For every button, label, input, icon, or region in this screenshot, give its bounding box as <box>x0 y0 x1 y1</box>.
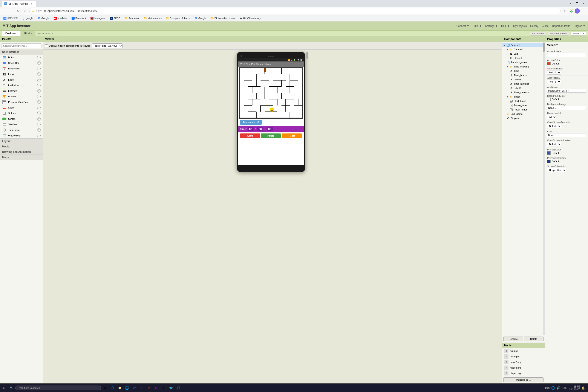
media-maze3-png[interactable]: 🖼 maze3.png <box>502 365 545 370</box>
timer-toggle[interactable]: ▼ <box>506 95 509 98</box>
datepicker-help[interactable]: ? <box>37 67 40 70</box>
layout-section-header[interactable]: Layout <box>0 138 43 144</box>
comp-exit[interactable]: 🖼 Exit <box>502 52 543 56</box>
spinner-help[interactable]: ? <box>37 112 40 115</box>
nav-build[interactable]: Build ▼ <box>473 24 482 28</box>
palette-item-notifier[interactable]: Notifier ? <box>0 94 43 99</box>
time-showing-toggle[interactable]: ▼ <box>506 65 509 68</box>
comp-label2[interactable]: A Label2 <box>502 86 543 90</box>
nav-settings[interactable]: Settings ▼ <box>485 24 498 28</box>
new-tab-button[interactable]: + <box>36 1 42 7</box>
blockstoolkit-select[interactable]: All <box>547 115 556 119</box>
comp-time[interactable]: A Time <box>502 69 543 73</box>
blocks-tab[interactable]: Blocks <box>21 31 35 36</box>
palette-item-label[interactable]: A Label ? <box>0 77 43 82</box>
palette-item-webviewer[interactable]: WebViewer ? <box>0 133 43 138</box>
button-help[interactable]: ? <box>37 56 40 59</box>
palette-item-image[interactable]: 🖼 Image ? <box>0 71 43 77</box>
palette-item-switch[interactable]: Switch ? <box>0 116 43 122</box>
hidden-components-checkbox[interactable] <box>45 44 48 47</box>
screen1-toggle[interactable]: ▼ <box>503 44 506 47</box>
maximize-button[interactable]: ⧠ <box>574 0 580 6</box>
palette-item-spinner[interactable]: Spinner ? <box>0 110 43 116</box>
add-screen-btn[interactable]: Add Screen <box>530 32 546 36</box>
bookmark-computer-science[interactable]: 📁 Computer Science <box>164 16 192 20</box>
comp-label1[interactable]: A Label1 <box>502 77 543 82</box>
timepicker-help[interactable]: ? <box>37 128 40 132</box>
switch-help[interactable]: ? <box>37 117 40 120</box>
tab-close-button[interactable]: × <box>30 2 34 6</box>
delete-button[interactable]: Delete <box>524 336 544 341</box>
maze-canvas[interactable] <box>239 67 303 119</box>
bookmark-hk-observatory[interactable]: 🌤 HK Observatory <box>238 16 262 20</box>
drawing-section-header[interactable]: Drawing and Animation <box>0 149 43 154</box>
active-tab[interactable]: AI MIT App Inventor × <box>2 1 36 7</box>
palette-item-listpicker[interactable]: ☰ ListPicker ? <box>0 82 43 88</box>
palette-item-checkbox[interactable]: CheckBox ? <box>0 60 43 66</box>
comp-time-showing[interactable]: ▼ 📁 Time_showing <box>502 64 543 69</box>
pause-button[interactable]: Pause <box>261 134 281 138</box>
comp-end-game[interactable]: ⚠ End_game <box>502 112 543 116</box>
canvas1-toggle[interactable]: ▼ <box>506 48 509 51</box>
media-player-png[interactable]: 🖼 player.png <box>502 370 545 376</box>
checkbox-help[interactable]: ? <box>37 61 40 65</box>
comp-time-seconds[interactable]: A Time_seconds <box>502 90 543 94</box>
designer-tab[interactable]: Designer <box>2 31 20 36</box>
comp-timer[interactable]: ▼ 📁 Timer <box>502 94 543 99</box>
comp-stopwatch[interactable]: ⏱ Stopwatch <box>502 116 543 120</box>
comp-player1[interactable]: 🖼 Player1 <box>502 56 543 60</box>
slider-help[interactable]: ? <box>37 106 40 110</box>
media-section-header[interactable]: Media <box>0 144 43 149</box>
search-components-input[interactable] <box>1 44 42 48</box>
primarycolor-swatch[interactable] <box>547 151 550 155</box>
menu-button[interactable]: ⋮ <box>581 8 586 14</box>
notification-button[interactable]: 🔔 <box>581 386 586 390</box>
ui-section-header[interactable]: User Interface <box>0 50 43 54</box>
comp-scrollbar-thumb[interactable] <box>543 43 545 52</box>
upload-file-button[interactable]: Upload File ... <box>503 378 544 382</box>
extensions-button[interactable]: 🧩 <box>568 8 574 14</box>
comp-reset-timer[interactable]: ↺ Reset_timer <box>502 108 543 112</box>
accentcolor-swatch[interactable] <box>547 62 550 65</box>
nav-connect[interactable]: Connect ▼ <box>456 24 469 28</box>
taskbar-teams[interactable]: T <box>160 384 167 391</box>
rename-button[interactable]: Rename <box>503 336 523 341</box>
listview-help[interactable]: ? <box>37 89 40 93</box>
taskbar-app2[interactable]: 🎵 <box>175 384 182 391</box>
taskbar-excel[interactable]: X <box>138 384 145 391</box>
aboutscreen-input[interactable] <box>547 53 586 57</box>
screenorientation-select[interactable]: Unspecified <box>547 168 566 172</box>
alignvertical-select[interactable]: Top : 1 <box>547 80 561 84</box>
remove-screen-btn[interactable]: Remove Screen <box>548 32 569 36</box>
taskbar-app1[interactable]: 🐦 <box>168 384 174 391</box>
tablet-size-dropdown[interactable]: Tablet size (675,480) <box>92 44 122 48</box>
palette-item-button[interactable]: Btn Button ? <box>0 54 43 60</box>
close-button[interactable]: × <box>580 0 586 6</box>
nav-report[interactable]: Report an Issue <box>552 24 570 28</box>
alignhorizontal-select[interactable]: Left : 1 <box>547 70 561 74</box>
label-help[interactable]: ? <box>37 78 40 82</box>
bookmark-mathematics[interactable]: 📁 Mathematics <box>142 16 163 20</box>
closescreenanimation-select[interactable]: Default <box>547 124 561 128</box>
viewer-scrollbar-thumb[interactable] <box>306 52 308 59</box>
bookmark-google-bm[interactable]: G Google <box>193 16 208 20</box>
nav-gallery[interactable]: Gallery <box>530 24 538 28</box>
icon-input[interactable] <box>547 133 586 137</box>
reset-button[interactable]: Reset <box>282 134 302 138</box>
bookmark-spcc[interactable]: S SPCC <box>108 16 122 20</box>
comp-time-hours[interactable]: A Time_hours <box>502 73 543 77</box>
bookmark-google-lower[interactable]: g google <box>20 16 35 20</box>
media-maze-png[interactable]: 🖼 maze.png <box>502 354 545 359</box>
comp-pause-timer[interactable]: ⏸ Pause_timer <box>502 103 543 108</box>
url-bar[interactable]: ⚠ 不安全 ai2.appinventor.mit.edu/#521802999… <box>29 8 560 14</box>
nav-lang[interactable]: English ▼ <box>574 24 586 28</box>
bookmark-facebook[interactable]: f Facebook <box>70 16 88 20</box>
refresh-button[interactable]: ↻ <box>16 8 21 14</box>
palette-item-datepicker[interactable]: 📅 DatePicker ? <box>0 66 43 71</box>
nav-user[interactable]: My Projects <box>513 24 527 28</box>
start-menu-button[interactable]: ⊞ <box>1 385 8 390</box>
passwordtextbox-help[interactable]: ? <box>37 100 40 104</box>
random-maze-button[interactable]: Random maze? <box>240 120 262 125</box>
openscreenanimation-select[interactable]: Default <box>547 142 561 146</box>
bookmark-google-upper[interactable]: G Google <box>36 16 51 20</box>
